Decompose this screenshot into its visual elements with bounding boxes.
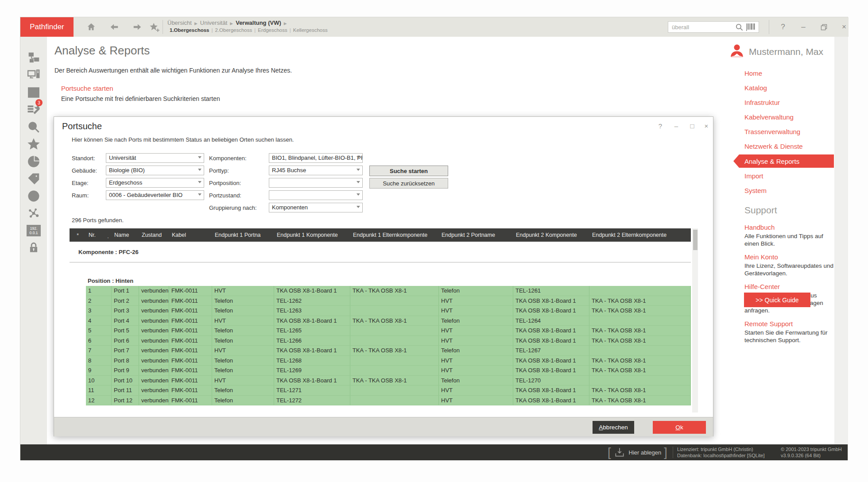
breadcrumb-item[interactable]: Universität [200, 19, 227, 26]
breadcrumb-item[interactable]: Übersicht [167, 19, 192, 26]
column-header[interactable]: Endpunkt 2 Komponente [513, 232, 589, 238]
reset-search-button[interactable]: Suche zurücksetzen [369, 178, 448, 189]
column-header[interactable]: Endpunkt 2 Elternkomponente [589, 232, 691, 238]
search-icon[interactable] [735, 23, 744, 33]
patch-tasks-icon[interactable]: 3 [20, 101, 47, 118]
dialog-maximize-button[interactable]: □ [686, 120, 699, 131]
left-dropdown-0[interactable]: Universität [106, 153, 204, 163]
floor-link[interactable]: 1.Obergeschoss [170, 27, 209, 33]
menu-item-home[interactable]: Home [739, 66, 834, 81]
column-header[interactable]: Name [112, 232, 139, 238]
table-row[interactable]: 10Port 10verbundenFMK-0011HVTTKA OSB X8-… [86, 376, 691, 386]
group-header[interactable]: Komponente : PFC-26 [70, 242, 691, 262]
user-avatar-icon[interactable] [729, 44, 744, 60]
cancel-button[interactable]: Abbrechen [593, 421, 634, 434]
column-header[interactable]: Endpunkt 2 Portname [439, 232, 513, 238]
table-row[interactable]: 4Port 4verbundenFMK-0011HVTTKA OSB X8-1-… [86, 316, 691, 326]
add-favorite-icon[interactable] [148, 21, 161, 33]
row-selector-header[interactable]: * [70, 232, 86, 239]
floor-link[interactable]: Kellergeschoss [293, 27, 328, 33]
home-icon[interactable] [85, 21, 98, 33]
dialog-footer: Abbrechen Ok [54, 417, 713, 436]
forward-arrow-icon[interactable] [131, 21, 144, 33]
breadcrumb-item[interactable]: Verwaltung (VW) [236, 19, 281, 26]
subgroup-header[interactable]: Position : Hinten [70, 276, 691, 286]
table-cell: TKA - TKA OSB X8-1 [589, 386, 691, 395]
table-row[interactable]: 3Port 3verbundenFMK-0011TelefonTEL-1263H… [86, 306, 691, 316]
right-dropdown-3[interactable] [269, 190, 363, 200]
restore-button[interactable] [814, 17, 833, 37]
ip-address-icon[interactable]: 192.0.0.1 [20, 222, 47, 239]
help-button[interactable]: ? [773, 17, 793, 37]
lock-icon[interactable] [20, 239, 47, 256]
menu-item-system[interactable]: System [739, 183, 834, 198]
menu-item-trassenverwaltung[interactable]: Trassenverwaltung [739, 124, 834, 139]
table-row[interactable]: 6Port 6verbundenFMK-0011TelefonTEL-1266H… [86, 336, 691, 346]
chevron-down-icon [356, 169, 360, 171]
column-header[interactable]: Endpunkt 1 Elternkomponente [350, 232, 439, 238]
support-link[interactable]: Hilfe-Center [744, 283, 835, 290]
right-dropdown-4[interactable]: Komponenten [269, 203, 363, 212]
search-rail-icon[interactable] [20, 118, 47, 135]
drop-zone[interactable]: [ Hier ablegen ] [605, 446, 670, 459]
menu-item-analyse-reports[interactable]: Analyse & Reports [739, 154, 834, 168]
back-arrow-icon[interactable] [108, 21, 121, 33]
start-search-button[interactable]: Suche starten [369, 166, 448, 176]
table-row[interactable]: 8Port 8verbundenFMK-0011TelefonTEL-1268H… [86, 356, 691, 366]
dialog-minimize-button[interactable]: – [670, 120, 683, 131]
support-link[interactable]: Mein Konto [744, 253, 835, 261]
column-header[interactable]: Endpunkt 1 Komponente [274, 232, 350, 238]
barcode-icon[interactable] [746, 23, 756, 33]
table-scrollbar[interactable] [692, 228, 698, 413]
table-row[interactable]: 5Port 5verbundenFMK-0011TelefonTEL-1265H… [86, 326, 691, 336]
right-dropdown-1[interactable]: RJ45 Buchse [269, 166, 363, 175]
left-dropdown-1[interactable]: Biologie (BIO) [106, 166, 204, 175]
table-row[interactable]: 12Port 12verbundenFMK-0011TelefonTEL-127… [86, 396, 691, 406]
network-plan-icon[interactable] [20, 49, 47, 66]
workstation-icon[interactable] [20, 66, 47, 84]
menu-item-infrastruktur[interactable]: Infrastruktur [739, 95, 834, 110]
column-header[interactable]: Kabel [169, 232, 212, 238]
tag-icon[interactable] [20, 170, 47, 187]
scrollbar-thumb[interactable] [693, 230, 698, 250]
table-header-row[interactable]: *Nr.▲NameZustandKabelEndpunkt 1 PortnaEn… [70, 228, 691, 242]
user-name[interactable]: Mustermann, Max [749, 46, 823, 57]
support-link[interactable]: Remote Support [744, 320, 835, 328]
minimize-button[interactable]: – [794, 17, 813, 37]
dialog-help-button[interactable]: ? [654, 120, 667, 131]
column-header[interactable]: Endpunkt 1 Portna [212, 232, 274, 238]
table-row[interactable]: 9Port 9verbundenFMK-0011TelefonTEL-1269H… [86, 366, 691, 376]
table-row[interactable]: 1Port 1verbundenFMK-0011HVTTKA OSB X8-1-… [86, 286, 691, 296]
favorites-icon[interactable] [20, 135, 47, 153]
floor-link[interactable]: 2.Obergeschoss [215, 27, 252, 33]
left-dropdown-3[interactable]: 0006 - Gebäudeverteiler BIO [106, 190, 204, 200]
floor-link[interactable]: Erdgeschoss [258, 27, 287, 33]
pathfinder-logo[interactable]: Pathfinder [20, 17, 74, 37]
support-link[interactable]: Handbuch [744, 224, 835, 231]
pie-chart-icon[interactable] [20, 153, 47, 170]
quick-guide-button[interactable]: >> Quick Guide [744, 293, 810, 307]
history-clock-icon[interactable] [20, 187, 47, 204]
topology-nodes-icon[interactable] [20, 204, 47, 222]
menu-item-netzwerk-dienste[interactable]: Netzwerk & Dienste [739, 139, 834, 154]
field-label: Gruppierung nach: [209, 204, 269, 211]
menu-item-kabelverwaltung[interactable]: Kabelverwaltung [739, 110, 834, 124]
close-button[interactable]: × [834, 17, 854, 37]
search-input[interactable] [672, 23, 734, 31]
table-row[interactable]: 11Port 11verbundenFMK-0011TelefonTEL-127… [86, 386, 691, 396]
column-header[interactable]: Nr.▲ [86, 232, 112, 238]
menu-item-katalog[interactable]: Katalog [739, 81, 834, 95]
portsearch-link[interactable]: Portsuche starten [61, 85, 113, 92]
dialog-close-button[interactable]: × [700, 120, 713, 131]
left-dropdown-2[interactable]: Erdgeschoss [106, 178, 204, 188]
right-dropdown-2[interactable] [269, 178, 363, 188]
table-row[interactable]: 7Port 7verbundenFMK-0011HVTTKA OSB X8-1-… [86, 346, 691, 356]
table-row[interactable]: 2Port 2verbundenFMK-0011TelefonTEL-1262H… [86, 296, 691, 306]
menu-item-import[interactable]: Import [739, 169, 834, 183]
table-cell: FMK-0011 [169, 286, 212, 296]
ok-button[interactable]: Ok [653, 421, 706, 434]
table-cell: Port 4 [112, 316, 139, 326]
right-dropdown-0[interactable]: BIO1, Blindpanel, Lüfter-BIO-B1, PFC-26,… [269, 153, 363, 163]
column-header[interactable]: Zustand [139, 232, 169, 238]
floorplan-icon[interactable] [20, 84, 47, 101]
